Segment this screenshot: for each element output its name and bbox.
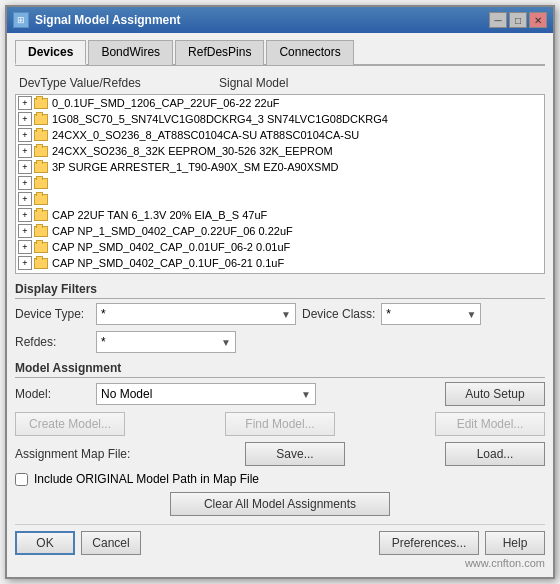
auto-setup-button[interactable]: Auto Setup — [445, 382, 545, 406]
clear-all-button[interactable]: Clear All Model Assignments — [170, 492, 390, 516]
list-item[interactable]: + CAP 22UF TAN 6_1.3V 20% EIA_B_S 47uF — [16, 207, 544, 223]
row-text-8: CAP NP_1_SMD_0402_CAP_0.22UF_06 0.22uF — [52, 225, 293, 237]
expand-icon-2[interactable]: + — [18, 128, 32, 142]
watermark: www.cnfton.com — [15, 557, 545, 569]
expand-icon-7[interactable]: + — [18, 208, 32, 222]
device-type-combo[interactable]: * ▼ — [96, 303, 296, 325]
find-model-button[interactable]: Find Model... — [225, 412, 335, 436]
include-original-label: Include ORIGINAL Model Path in Map File — [34, 472, 259, 486]
refdes-combo[interactable]: * ▼ — [96, 331, 236, 353]
device-class-combo[interactable]: * ▼ — [381, 303, 481, 325]
folder-icon-1 — [34, 114, 48, 125]
model-buttons-row: Create Model... Find Model... Edit Model… — [15, 412, 545, 436]
expand-icon-1[interactable]: + — [18, 112, 32, 126]
list-item[interactable]: + CAP NP_SMD_0402_CAP_0.01UF_06-2 0.01uF — [16, 239, 544, 255]
device-list[interactable]: + 0_0.1UF_SMD_1206_CAP_22UF_06-22 22uF +… — [15, 94, 545, 274]
folder-icon-2 — [34, 130, 48, 141]
list-item[interactable]: + 24CXX_0_SO236_8_AT88SC0104CA-SU AT88SC… — [16, 127, 544, 143]
folder-icon-3 — [34, 146, 48, 157]
expand-icon-6[interactable]: + — [18, 192, 32, 206]
save-button[interactable]: Save... — [245, 442, 345, 466]
refdes-arrow: ▼ — [221, 337, 231, 348]
folder-icon-7 — [34, 210, 48, 221]
tab-bar: Devices BondWires RefDesPins Connectors — [15, 39, 545, 66]
map-file-row: Assignment Map File: Save... Load... — [15, 442, 545, 466]
ok-button[interactable]: OK — [15, 531, 75, 555]
row-text-9: CAP NP_SMD_0402_CAP_0.01UF_06-2 0.01uF — [52, 241, 290, 253]
expand-icon-4[interactable]: + — [18, 160, 32, 174]
window-icon: ⊞ — [13, 12, 29, 28]
row-text-10: CAP NP_SMD_0402_CAP_0.1UF_06-21 0.1uF — [52, 257, 284, 269]
load-button[interactable]: Load... — [445, 442, 545, 466]
folder-icon-4 — [34, 162, 48, 173]
folder-icon-0 — [34, 98, 48, 109]
folder-icon-9 — [34, 242, 48, 253]
list-item[interactable]: + — [16, 175, 544, 191]
preferences-button[interactable]: Preferences... — [379, 531, 479, 555]
device-type-value: * — [101, 307, 106, 321]
cancel-button[interactable]: Cancel — [81, 531, 141, 555]
title-bar: ⊞ Signal Model Assignment ─ □ ✕ — [7, 7, 553, 33]
expand-icon-9[interactable]: + — [18, 240, 32, 254]
list-item[interactable]: + 0_0.1UF_SMD_1206_CAP_22UF_06-22 22uF — [16, 95, 544, 111]
row-text-0: 0_0.1UF_SMD_1206_CAP_22UF_06-22 22uF — [52, 97, 279, 109]
display-filters-label: Display Filters — [15, 282, 545, 299]
col2-header: Signal Model — [219, 76, 541, 90]
expand-icon-10[interactable]: + — [18, 256, 32, 270]
folder-icon-5 — [34, 178, 48, 189]
tab-connectors[interactable]: Connectors — [266, 40, 353, 65]
list-item[interactable]: + 24CXX_SO236_8_32K EEPROM_30-526 32K_EE… — [16, 143, 544, 159]
model-row: Model: No Model ▼ Auto Setup — [15, 382, 545, 406]
window-title: Signal Model Assignment — [35, 13, 181, 27]
folder-icon-8 — [34, 226, 48, 237]
device-class-label: Device Class: — [302, 307, 375, 321]
tab-refdesspins[interactable]: RefDesPins — [175, 40, 264, 65]
create-model-button[interactable]: Create Model... — [15, 412, 125, 436]
edit-model-button[interactable]: Edit Model... — [435, 412, 545, 436]
folder-icon-10 — [34, 258, 48, 269]
maximize-button[interactable]: □ — [509, 12, 527, 28]
include-original-checkbox[interactable] — [15, 473, 28, 486]
row-text-4: 3P SURGE ARRESTER_1_T90-A90X_SM EZ0-A90X… — [52, 161, 339, 173]
device-type-arrow: ▼ — [281, 309, 291, 320]
device-class-value: * — [386, 307, 391, 321]
include-original-row: Include ORIGINAL Model Path in Map File — [15, 472, 545, 486]
model-combo[interactable]: No Model ▼ — [96, 383, 316, 405]
tab-devices[interactable]: Devices — [15, 40, 86, 65]
assignment-map-label: Assignment Map File: — [15, 447, 145, 461]
folder-icon-6 — [34, 194, 48, 205]
help-button[interactable]: Help — [485, 531, 545, 555]
model-assignment-label: Model Assignment — [15, 361, 545, 378]
expand-icon-0[interactable]: + — [18, 96, 32, 110]
row-text-7: CAP 22UF TAN 6_1.3V 20% EIA_B_S 47uF — [52, 209, 267, 221]
column-header: DevType Value/Refdes Signal Model — [15, 74, 545, 92]
refdes-row: Refdes: * ▼ — [15, 331, 545, 353]
device-type-row: Device Type: * ▼ Device Class: * ▼ — [15, 303, 545, 325]
list-item[interactable]: + CAP NP_SMD_0402_CAP_0.1UF_06-21 0.1uF — [16, 255, 544, 271]
footer: OK Cancel Preferences... Help — [15, 524, 545, 555]
expand-icon-8[interactable]: + — [18, 224, 32, 238]
row-text-3: 24CXX_SO236_8_32K EEPROM_30-526 32K_EEPR… — [52, 145, 333, 157]
device-type-label: Device Type: — [15, 307, 90, 321]
list-item[interactable]: + — [16, 191, 544, 207]
list-item[interactable]: + 1G08_SC70_5_SN74LVC1G08DCKRG4_3 SN74LV… — [16, 111, 544, 127]
row-text-2: 24CXX_0_SO236_8_AT88SC0104CA-SU AT88SC01… — [52, 129, 359, 141]
refdes-label: Refdes: — [15, 335, 90, 349]
tab-bondwires[interactable]: BondWires — [88, 40, 173, 65]
row-text-1: 1G08_SC70_5_SN74LVC1G08DCKRG4_3 SN74LVC1… — [52, 113, 388, 125]
device-class-arrow: ▼ — [466, 309, 476, 320]
main-window: ⊞ Signal Model Assignment ─ □ ✕ Devices … — [5, 5, 555, 579]
expand-icon-5[interactable]: + — [18, 176, 32, 190]
model-value: No Model — [101, 387, 152, 401]
model-label: Model: — [15, 387, 90, 401]
list-item[interactable]: + CAP NP_1_SMD_0402_CAP_0.22UF_06 0.22uF — [16, 223, 544, 239]
minimize-button[interactable]: ─ — [489, 12, 507, 28]
refdes-value: * — [101, 335, 106, 349]
model-arrow: ▼ — [301, 389, 311, 400]
col1-header: DevType Value/Refdes — [19, 76, 219, 90]
close-button[interactable]: ✕ — [529, 12, 547, 28]
list-item[interactable]: + 3P SURGE ARRESTER_1_T90-A90X_SM EZ0-A9… — [16, 159, 544, 175]
expand-icon-3[interactable]: + — [18, 144, 32, 158]
